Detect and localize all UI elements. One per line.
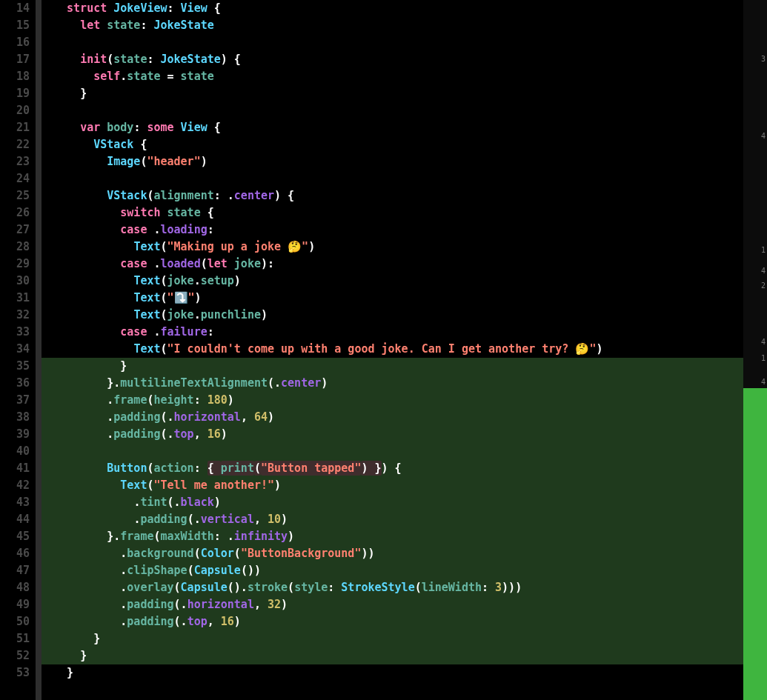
line-number: 52 bbox=[0, 647, 31, 664]
line-number: 51 bbox=[0, 630, 31, 647]
line-number: 44 bbox=[0, 511, 31, 528]
line-number: 24 bbox=[0, 170, 31, 187]
line-number: 26 bbox=[0, 204, 31, 221]
code-line[interactable]: Text("Tell me another!") bbox=[41, 477, 767, 494]
code-line[interactable]: struct JokeView: View { bbox=[41, 0, 767, 17]
minimap-annotation: 4 bbox=[761, 132, 766, 140]
code-line[interactable]: .padding(.horizontal, 64) bbox=[41, 409, 767, 426]
line-number: 39 bbox=[0, 426, 31, 443]
line-number: 48 bbox=[0, 579, 31, 596]
line-number: 20 bbox=[0, 102, 31, 119]
line-number: 33 bbox=[0, 324, 31, 341]
minimap[interactable]: 34142414 bbox=[743, 0, 767, 700]
minimap-annotation: 1 bbox=[761, 354, 766, 362]
code-line[interactable]: .tint(.black) bbox=[41, 494, 767, 511]
line-number: 25 bbox=[0, 187, 31, 204]
code-line[interactable]: .padding(.vertical, 10) bbox=[41, 511, 767, 528]
code-line[interactable]: case .loaded(let joke): bbox=[41, 256, 767, 273]
line-number: 34 bbox=[0, 341, 31, 358]
line-number: 45 bbox=[0, 528, 31, 545]
line-number: 29 bbox=[0, 256, 31, 273]
line-number: 23 bbox=[0, 153, 31, 170]
line-number: 28 bbox=[0, 239, 31, 256]
line-number: 32 bbox=[0, 307, 31, 324]
code-line[interactable]: .padding(.top, 16) bbox=[41, 613, 767, 630]
code-line[interactable]: } bbox=[41, 630, 767, 647]
line-number: 27 bbox=[0, 221, 31, 239]
line-number: 21 bbox=[0, 119, 31, 136]
code-area[interactable]: struct JokeView: View { let state: JokeS… bbox=[41, 0, 767, 700]
code-line[interactable]: }.multilineTextAlignment(.center) bbox=[41, 375, 767, 392]
line-number: 49 bbox=[0, 596, 31, 613]
code-line[interactable]: .background(Color("ButtonBackground")) bbox=[41, 545, 767, 562]
code-line[interactable]: } bbox=[41, 647, 767, 664]
line-number: 41 bbox=[0, 460, 31, 477]
line-number: 19 bbox=[0, 85, 31, 102]
code-line[interactable]: }.frame(maxWidth: .infinity) bbox=[41, 528, 767, 545]
code-line[interactable]: Text("⤵️") bbox=[41, 290, 767, 307]
line-number: 53 bbox=[0, 664, 31, 681]
line-number: 47 bbox=[0, 562, 31, 579]
line-number: 31 bbox=[0, 290, 31, 307]
line-number: 35 bbox=[0, 358, 31, 375]
code-line[interactable]: switch state { bbox=[41, 204, 767, 221]
minimap-annotation: 4 bbox=[761, 267, 766, 275]
line-number: 16 bbox=[0, 34, 31, 51]
code-line[interactable]: VStack { bbox=[41, 136, 767, 153]
code-line[interactable]: .frame(height: 180) bbox=[41, 392, 767, 409]
minimap-annotation: 4 bbox=[761, 338, 766, 346]
line-number: 36 bbox=[0, 375, 31, 392]
code-line[interactable]: } bbox=[41, 85, 767, 102]
line-number: 40 bbox=[0, 443, 31, 460]
minimap-annotation: 4 bbox=[761, 378, 766, 386]
code-line[interactable]: .padding(.horizontal, 32) bbox=[41, 596, 767, 613]
code-line[interactable] bbox=[41, 34, 767, 51]
line-number: 17 bbox=[0, 51, 31, 68]
code-line[interactable] bbox=[41, 443, 767, 460]
line-number: 14 bbox=[0, 0, 31, 17]
line-number: 50 bbox=[0, 613, 31, 630]
minimap-diff-region bbox=[743, 388, 767, 700]
code-line[interactable]: var body: some View { bbox=[41, 119, 767, 136]
code-line[interactable]: VStack(alignment: .center) { bbox=[41, 187, 767, 204]
code-line[interactable]: Text(joke.setup) bbox=[41, 273, 767, 290]
code-line[interactable]: Button(action: { print("Button tapped") … bbox=[41, 460, 767, 477]
code-line[interactable]: Image("header") bbox=[41, 153, 767, 170]
code-line[interactable]: Text(joke.punchline) bbox=[41, 307, 767, 324]
code-line[interactable]: .padding(.top, 16) bbox=[41, 426, 767, 443]
line-number: 43 bbox=[0, 494, 31, 511]
code-line[interactable] bbox=[41, 170, 767, 187]
line-number: 30 bbox=[0, 273, 31, 290]
code-line[interactable]: Text("Making up a joke 🤔") bbox=[41, 239, 767, 256]
code-line[interactable]: init(state: JokeState) { bbox=[41, 51, 767, 68]
code-line[interactable]: .clipShape(Capsule()) bbox=[41, 562, 767, 579]
line-number-gutter: 1415161718192021222324252627282930313233… bbox=[0, 0, 36, 700]
line-number: 46 bbox=[0, 545, 31, 562]
code-line[interactable]: } bbox=[41, 358, 767, 375]
code-line[interactable]: .overlay(Capsule().stroke(style: StrokeS… bbox=[41, 579, 767, 596]
code-line[interactable]: let state: JokeState bbox=[41, 17, 767, 34]
code-line[interactable]: self.state = state bbox=[41, 68, 767, 85]
minimap-annotation: 2 bbox=[761, 281, 766, 290]
fold-strip bbox=[36, 0, 41, 700]
code-line[interactable]: } bbox=[41, 664, 767, 681]
code-line[interactable]: case .failure: bbox=[41, 324, 767, 341]
code-line[interactable]: Text("I couldn't come up with a good jok… bbox=[41, 341, 767, 358]
line-number: 22 bbox=[0, 136, 31, 153]
code-line[interactable] bbox=[41, 102, 767, 119]
line-number: 37 bbox=[0, 392, 31, 409]
line-number: 18 bbox=[0, 68, 31, 85]
code-editor[interactable]: 1415161718192021222324252627282930313233… bbox=[0, 0, 767, 700]
minimap-annotation: 3 bbox=[761, 55, 766, 63]
line-number: 38 bbox=[0, 409, 31, 426]
line-number: 15 bbox=[0, 17, 31, 34]
code-line[interactable]: case .loading: bbox=[41, 221, 767, 239]
line-number: 42 bbox=[0, 477, 31, 494]
minimap-annotation: 1 bbox=[761, 246, 766, 254]
